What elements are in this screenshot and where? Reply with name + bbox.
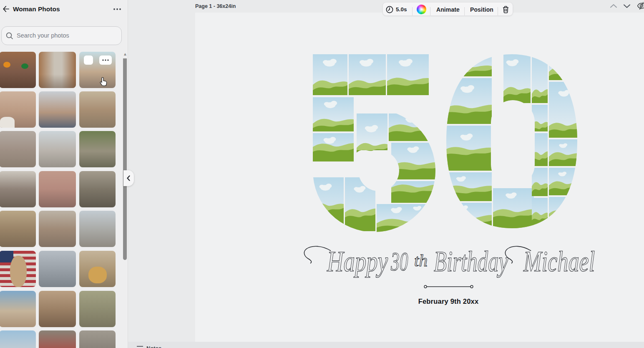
svg-text:Birthday: Birthday <box>434 245 508 277</box>
svg-text:Happy: Happy <box>327 245 388 278</box>
svg-text:30: 30 <box>390 247 408 276</box>
svg-text:Michael: Michael <box>523 245 595 277</box>
svg-text:th: th <box>414 251 428 270</box>
